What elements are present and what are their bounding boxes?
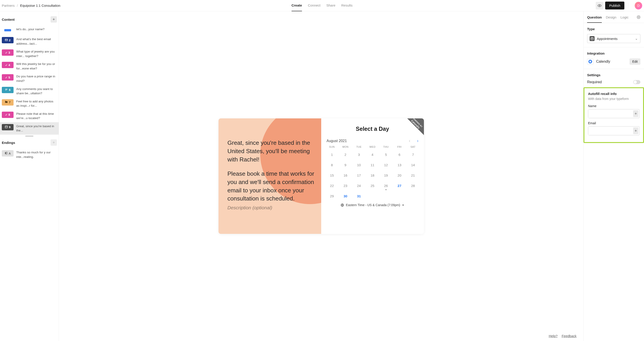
calendly-icon	[587, 58, 594, 65]
calendar-day: 7	[406, 150, 420, 159]
question-item[interactable]: 4Will this jewelry be for you or for...e…	[0, 60, 59, 72]
calendar-day: 24	[352, 182, 366, 190]
calendar-grid: SUNMONTUEWEDTHUFRISAT1234567891011121314…	[325, 145, 420, 200]
calendar-day: 21	[406, 171, 420, 179]
calendar-next-button[interactable]: ›	[417, 138, 418, 143]
question-item[interactable]: 2And what's the best email address...tac…	[0, 35, 59, 47]
integration-section: Integration Calendly Edit	[584, 47, 644, 69]
feedback-link[interactable]: Feedback	[562, 334, 576, 338]
autofill-name-add-button[interactable]: +	[633, 110, 638, 117]
breadcrumb-root[interactable]: Partners	[2, 3, 15, 7]
autofill-name-input-wrap: +	[588, 109, 640, 118]
autofill-name-label: Name	[588, 104, 640, 108]
gear-icon	[637, 15, 640, 19]
question-badge: 7	[2, 99, 14, 105]
chevron-down-icon: ▼	[402, 204, 404, 206]
tab-share[interactable]: Share	[326, 0, 336, 11]
calendar-day: 16	[338, 171, 352, 179]
divider	[628, 2, 628, 9]
panel-tab-design[interactable]: Design	[606, 15, 616, 23]
question-item[interactable]: 7Feel free to add any photos as inspi...…	[0, 97, 59, 110]
content-heading: Content	[2, 17, 15, 21]
calendar-month: August 2021	[327, 139, 347, 143]
autofill-email-label: Email	[588, 121, 640, 125]
calendar-day: 10	[352, 161, 366, 169]
user-avatar[interactable]: D	[634, 2, 642, 9]
question-badge: 3	[2, 49, 14, 56]
question-item-text: Please note that at this time we're...u …	[16, 112, 57, 120]
tab-connect[interactable]: Connect	[308, 0, 320, 11]
tab-results[interactable]: Results	[341, 0, 352, 11]
calendar-day: 3	[352, 150, 366, 159]
autofill-name-input[interactable]	[588, 109, 632, 118]
breadcrumb-current[interactable]: Equipoise 1:1 Consultation	[20, 3, 60, 7]
calendar-day: 1	[325, 150, 339, 159]
question-item-text: Thanks so much for y our inte...reating.	[16, 150, 57, 159]
svg-point-7	[638, 17, 639, 17]
calendar-day: 9	[338, 161, 352, 169]
svg-rect-5	[6, 152, 7, 154]
question-text[interactable]: Great, since you're based in the United …	[228, 139, 315, 203]
question-item[interactable]: 3What type of jewelry are you inter... t…	[0, 47, 59, 60]
autofill-subtitle: With data from your typeform	[588, 97, 640, 101]
calendar-day	[379, 192, 393, 200]
endings-list: AThanks so much for y our inte...reating…	[0, 148, 59, 161]
calendar-dow: TUE	[352, 145, 366, 148]
question-item[interactable]: 6Any comments you want to share be...ult…	[0, 85, 59, 97]
calendar-day[interactable]: 31	[352, 192, 366, 200]
calendar-day[interactable]: 30	[338, 192, 352, 200]
question-item[interactable]: 9Great, since you're based in the...	[0, 122, 59, 135]
help-link[interactable]: Help?	[549, 334, 558, 338]
calendar-day[interactable]: 27	[393, 182, 406, 190]
type-select[interactable]: Appointments ⌄	[587, 34, 640, 43]
calendar-day: 8	[325, 161, 339, 169]
panel-tab-question[interactable]: Question	[587, 15, 602, 23]
question-description[interactable]: Description (optional)	[228, 205, 315, 210]
svg-rect-1	[4, 29, 11, 31]
calendar-day: 22	[325, 182, 339, 190]
required-toggle[interactable]	[633, 80, 640, 84]
calendar-day: 19	[379, 171, 393, 179]
publish-button[interactable]: Publish	[605, 1, 624, 9]
calendar-day: 12	[379, 161, 393, 169]
question-item[interactable]: let's do...your name?	[0, 25, 59, 35]
svg-point-0	[599, 5, 600, 6]
add-content-button[interactable]: +	[50, 16, 57, 22]
integration-label: Integration	[587, 51, 640, 55]
preview-button[interactable]	[596, 2, 603, 9]
tab-create[interactable]: Create	[292, 0, 302, 11]
question-item[interactable]: 8Please note that at this time we're...u…	[0, 110, 59, 122]
calendar-nav: August 2021 ‹ ›	[325, 138, 420, 143]
autofill-title: Autofill recall info	[588, 92, 640, 96]
settings-section: Settings Required	[584, 69, 644, 88]
calendar-day	[393, 192, 406, 200]
panel-tabs: Question Design Logic	[584, 11, 644, 23]
ending-item[interactable]: AThanks so much for y our inte...reating…	[0, 148, 59, 161]
panel-tab-logic[interactable]: Logic	[620, 15, 629, 23]
calendar-dow: SUN	[325, 145, 339, 148]
question-preview: 9→ Great, since you're based in the Unit…	[218, 118, 424, 234]
resize-handle[interactable]	[25, 136, 34, 137]
content-sidebar: Content + let's do...your name?2And what…	[0, 11, 59, 341]
autofill-email-input[interactable]	[588, 126, 632, 135]
autofill-email-add-button[interactable]: +	[633, 127, 638, 134]
calendar-day: 6	[393, 150, 406, 159]
calendar-dow: SAT	[406, 145, 420, 148]
question-item-text: let's do...your name?	[16, 27, 44, 31]
panel-settings-button[interactable]	[637, 15, 640, 23]
type-label: Type	[587, 27, 640, 31]
add-ending-button[interactable]: +	[50, 139, 57, 146]
question-item[interactable]: 5Do you have a price range in mind?	[0, 72, 59, 85]
settings-label: Settings	[587, 73, 640, 77]
preview-text-panel: Great, since you're based in the United …	[218, 118, 321, 234]
chevron-down-icon: ⌄	[635, 36, 638, 40]
top-tabs: Create Connect Share Results	[292, 0, 352, 11]
required-row: Required	[587, 80, 640, 84]
timezone-selector[interactable]: Eastern Time - US & Canada (7:09pm) ▼	[325, 203, 420, 207]
integration-row: Calendly Edit	[587, 58, 640, 65]
question-item-text: Do you have a price range in mind?	[16, 74, 57, 83]
question-item-text: Feel free to add any photos as inspi...r…	[16, 99, 57, 108]
integration-edit-button[interactable]: Edit	[630, 58, 640, 65]
calendar-prev-button[interactable]: ‹	[409, 138, 410, 143]
question-list: let's do...your name?2And what's the bes…	[0, 25, 59, 135]
